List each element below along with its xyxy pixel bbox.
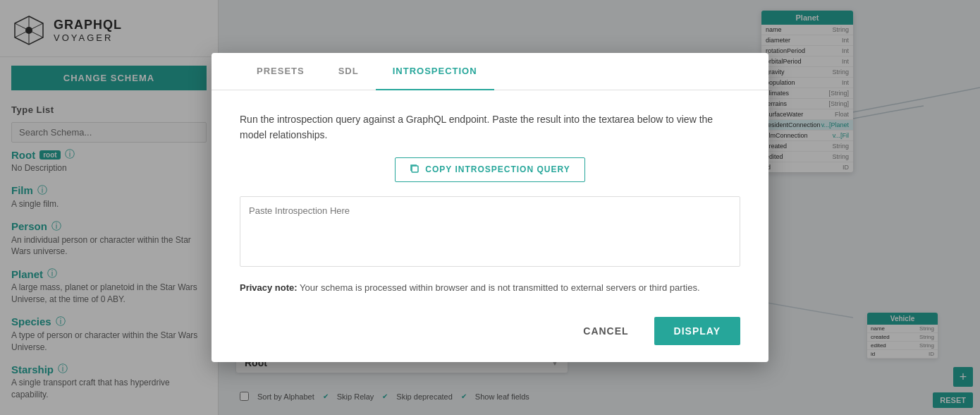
tab-sdl[interactable]: SDL: [321, 53, 376, 90]
schema-modal: PRESETS SDL INTROSPECTION Run the intros…: [212, 53, 768, 362]
modal-description: Run the introspection query against a Gr…: [240, 112, 740, 143]
privacy-note-bold: Privacy note:: [240, 282, 298, 293]
modal-overlay: PRESETS SDL INTROSPECTION Run the intros…: [0, 0, 980, 415]
cancel-button[interactable]: CANCEL: [566, 317, 645, 345]
modal-tabs: PRESETS SDL INTROSPECTION: [212, 53, 768, 90]
tab-introspection[interactable]: INTROSPECTION: [376, 53, 494, 90]
tab-presets[interactable]: PRESETS: [240, 53, 321, 90]
privacy-note: Privacy note: Your schema is processed w…: [240, 281, 740, 295]
copy-btn-container: COPY INTROSPECTION QUERY: [240, 157, 740, 196]
copy-icon: [410, 164, 419, 176]
svg-rect-5: [412, 166, 418, 172]
privacy-note-text: Your schema is processed within browser …: [300, 282, 699, 293]
modal-footer: CANCEL DISPLAY: [240, 311, 740, 345]
introspection-textarea[interactable]: [240, 196, 740, 267]
display-button[interactable]: DISPLAY: [654, 317, 740, 345]
copy-introspection-button[interactable]: COPY INTROSPECTION QUERY: [395, 157, 584, 182]
modal-body: Run the introspection query against a Gr…: [212, 90, 768, 362]
